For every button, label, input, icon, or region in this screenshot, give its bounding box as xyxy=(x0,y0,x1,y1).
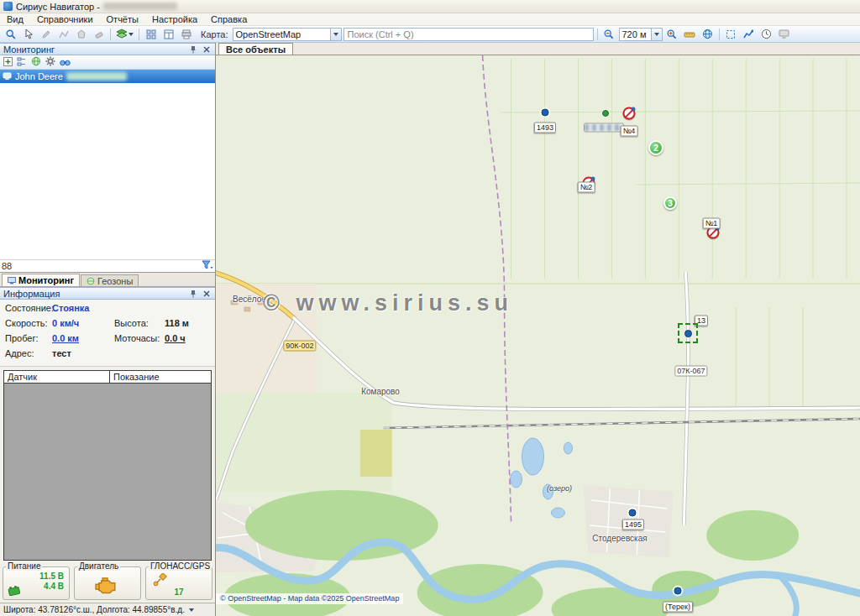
toolbar-separator xyxy=(597,29,598,40)
speed-label: Скорость: xyxy=(5,318,52,328)
address-label: Адрес: xyxy=(5,348,52,358)
zoom-window-button[interactable] xyxy=(3,27,18,41)
menu-spravochniki[interactable]: Справочники xyxy=(30,13,100,25)
cluster-badge-2[interactable]: 2 xyxy=(648,140,663,155)
info-panel-header: Информация xyxy=(0,287,215,300)
map-source-value: OpenStreetMap xyxy=(233,29,330,39)
map-canvas[interactable] xyxy=(216,55,860,616)
search-input[interactable] xyxy=(343,28,594,41)
geozone-marker-4[interactable] xyxy=(623,107,636,120)
state-value: Стоянка xyxy=(52,303,114,313)
left-tabs: Мониторинг Геозоны xyxy=(0,273,215,287)
filter-funnel-icon[interactable] xyxy=(202,260,213,272)
map-label-1495: 1495 xyxy=(622,519,644,530)
chevron-down-icon xyxy=(128,33,134,36)
unit-name: John Deere xyxy=(15,71,63,81)
redacted-unit-text xyxy=(66,72,127,81)
geozones-tab-icon xyxy=(87,277,95,285)
hours-label: Моточасы: xyxy=(114,333,165,343)
info-panel-body: Состояние: Стоянка Скорость: 0 км/ч Высо… xyxy=(0,300,215,367)
polygon-tool-icon[interactable] xyxy=(73,27,89,41)
monitor-tab-icon xyxy=(8,277,16,285)
unit-row-john-deere[interactable]: John Deere xyxy=(0,70,215,83)
app-icon xyxy=(3,2,13,11)
sensor-table-body xyxy=(4,384,211,560)
redacted-map-label xyxy=(584,123,624,133)
title-bar: Сириус Навигатор - xyxy=(0,0,860,13)
map-label-1493: 1493 xyxy=(534,123,556,133)
settings-gear-icon[interactable] xyxy=(45,56,55,68)
selected-unit-marker[interactable] xyxy=(678,323,698,343)
monitoring-panel-title: Мониторинг xyxy=(3,44,185,55)
unit-dot-marker[interactable] xyxy=(674,587,682,595)
tab-geozones[interactable]: Геозоны xyxy=(81,274,139,286)
sensor-col-header[interactable]: Датчик xyxy=(4,371,110,383)
lake-label: (озеро) xyxy=(547,484,572,493)
power-voltage-1: 11.5 В xyxy=(39,572,64,582)
power-voltage-2: 4.4 В xyxy=(39,582,64,592)
menu-spravka[interactable]: Справка xyxy=(204,13,254,25)
menu-vid[interactable]: Вид xyxy=(0,13,30,25)
monitor-icon[interactable] xyxy=(776,27,792,41)
app-window: Сириус Навигатор - Вид Справочники Отчёт… xyxy=(0,0,860,616)
layers-button[interactable] xyxy=(114,27,135,41)
tab-monitoring[interactable]: Мониторинг xyxy=(2,274,80,286)
map-view[interactable]: © www.sirius.su 1493 №4 2 №2 3 №1 13 90К… xyxy=(216,55,860,616)
chevron-down-icon[interactable] xyxy=(189,608,194,612)
pin-icon[interactable] xyxy=(187,289,198,299)
expand-all-icon[interactable] xyxy=(3,57,13,68)
pin-icon[interactable] xyxy=(187,44,198,55)
map-source-combo[interactable]: OpenStreetMap xyxy=(233,28,342,41)
left-panel: Мониторинг xyxy=(0,43,216,616)
satellite-icon xyxy=(153,573,168,587)
zoom-in-button[interactable] xyxy=(664,27,680,41)
menu-otchety[interactable]: Отчёты xyxy=(100,13,145,25)
unit-dot-marker[interactable] xyxy=(629,509,637,517)
close-icon[interactable] xyxy=(201,44,212,55)
state-label: Состояние: xyxy=(5,303,52,313)
pan-tool-icon[interactable] xyxy=(20,27,36,41)
combo-arrow[interactable] xyxy=(330,29,341,40)
window-title: Сириус Навигатор - xyxy=(16,2,100,12)
unit-dot-marker[interactable] xyxy=(542,109,549,117)
toolbar-separator xyxy=(719,29,720,40)
filter-input[interactable] xyxy=(2,260,202,272)
hours-value[interactable]: 0.0 ч xyxy=(165,333,210,343)
table-view-icon[interactable] xyxy=(160,27,176,41)
find-binoculars-icon[interactable] xyxy=(60,57,71,68)
place-veseloe: Весёлое xyxy=(233,295,266,304)
clock-icon[interactable] xyxy=(758,27,774,41)
toolbar-separator xyxy=(110,29,111,40)
tab-all-objects[interactable]: Все объекты xyxy=(218,43,293,55)
ruler-icon[interactable] xyxy=(682,27,698,41)
place-stoderevskaya: Стодеревская xyxy=(592,534,647,543)
grid-view-icon[interactable] xyxy=(143,27,159,41)
green-dot-marker[interactable] xyxy=(602,110,609,117)
polyline-tool-icon[interactable] xyxy=(55,27,71,41)
close-icon[interactable] xyxy=(201,289,212,299)
select-area-icon[interactable] xyxy=(723,27,739,41)
print-icon[interactable] xyxy=(178,27,194,41)
track-icon[interactable] xyxy=(741,27,757,41)
menu-nastroyka[interactable]: Настройка xyxy=(145,13,204,25)
groups-icon[interactable] xyxy=(17,57,27,68)
gps-gauge: ГЛОНАСС/GPS 17 xyxy=(145,566,212,600)
main-toolbar: Карта: OpenStreetMap 720 м xyxy=(0,26,860,43)
place-komarovo: Комарово xyxy=(361,387,400,396)
edit-tool-icon[interactable] xyxy=(38,27,54,41)
globe-icon[interactable] xyxy=(700,27,716,41)
mileage-value[interactable]: 0.0 км xyxy=(52,333,114,343)
zoom-out-button[interactable] xyxy=(601,27,617,41)
power-gauge-label: Питание xyxy=(6,561,42,571)
value-col-header[interactable]: Показание xyxy=(110,371,211,383)
combo-arrow[interactable] xyxy=(651,29,662,40)
erase-tool-icon[interactable] xyxy=(91,27,107,41)
map-label-n4: №4 xyxy=(621,126,638,137)
zoom-level-value: 720 м xyxy=(620,29,651,39)
zoom-level-combo[interactable]: 720 м xyxy=(619,28,663,41)
gps-satellite-count: 17 xyxy=(146,587,212,597)
engine-gauge-label: Двигатель xyxy=(77,561,120,571)
map-label-n2: №2 xyxy=(578,182,595,193)
cluster-badge-3[interactable]: 3 xyxy=(663,196,677,210)
geozones-globe-icon[interactable] xyxy=(31,56,41,68)
